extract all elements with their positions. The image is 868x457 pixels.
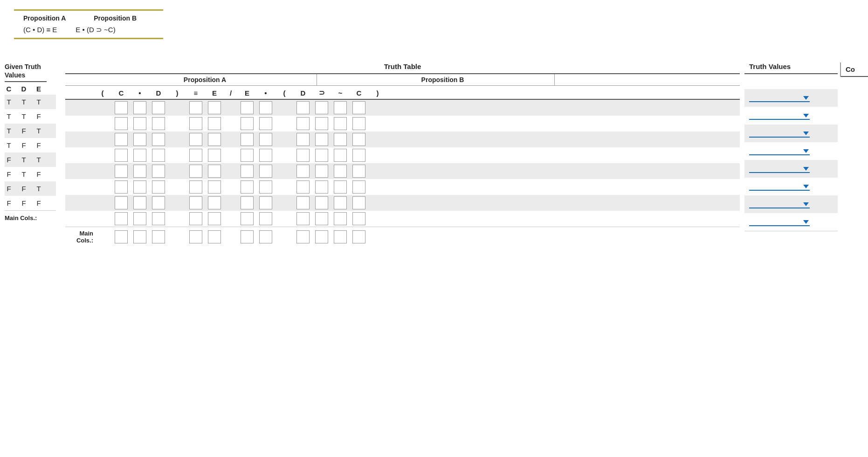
tt-input-b-6-0[interactable] bbox=[241, 196, 254, 209]
tt-input-b-6-6[interactable] bbox=[352, 196, 365, 209]
tv-dropdown-3[interactable]: TF bbox=[749, 147, 810, 155]
tt-input-b-0-1[interactable] bbox=[259, 101, 272, 114]
tt-input-b-5-5[interactable] bbox=[334, 180, 347, 194]
tt-input-b-2-0[interactable] bbox=[241, 133, 254, 146]
tt-input-b-4-5[interactable] bbox=[334, 165, 347, 178]
tt-input-a-2-5[interactable] bbox=[189, 133, 202, 146]
tt-input-b-3-6[interactable] bbox=[352, 149, 365, 162]
tv-dropdown-1[interactable]: TF bbox=[749, 112, 810, 120]
tt-input-a-2-1[interactable] bbox=[115, 133, 128, 146]
tt-input-b-3-3[interactable] bbox=[296, 149, 310, 162]
tt-input-a-3-1[interactable] bbox=[115, 149, 128, 162]
tt-input-b-1-1[interactable] bbox=[259, 117, 272, 130]
tt-input-b-7-5[interactable] bbox=[334, 212, 347, 225]
tt-input-b-4-3[interactable] bbox=[296, 165, 310, 178]
tt-input-a-7-1[interactable] bbox=[115, 212, 128, 225]
tt-input-b-4-0[interactable] bbox=[241, 165, 254, 178]
tt-input-a-0-3[interactable] bbox=[152, 101, 165, 114]
tt-input-b-2-4[interactable] bbox=[315, 133, 328, 146]
tt-input-a-7-6[interactable] bbox=[208, 212, 221, 225]
tt-input-a-3-6[interactable] bbox=[208, 149, 221, 162]
tt-input-b-7-0[interactable] bbox=[241, 212, 254, 225]
tt-input-b-1-6[interactable] bbox=[352, 117, 365, 130]
mc-input-a-6[interactable] bbox=[208, 230, 221, 243]
tt-input-a-5-6[interactable] bbox=[208, 180, 221, 194]
tt-input-a-4-1[interactable] bbox=[115, 165, 128, 178]
tv-dropdown-7[interactable]: TF bbox=[749, 218, 810, 226]
tt-input-a-5-1[interactable] bbox=[115, 180, 128, 194]
tt-input-a-4-6[interactable] bbox=[208, 165, 221, 178]
tt-input-b-7-3[interactable] bbox=[296, 212, 310, 225]
mc-input-b-6[interactable] bbox=[352, 230, 365, 243]
tt-input-b-5-6[interactable] bbox=[352, 180, 365, 194]
tt-input-a-6-1[interactable] bbox=[115, 196, 128, 209]
tv-dropdown-5[interactable]: TF bbox=[749, 183, 810, 191]
tt-input-b-0-0[interactable] bbox=[241, 101, 254, 114]
tt-input-b-4-6[interactable] bbox=[352, 165, 365, 178]
tt-input-b-0-5[interactable] bbox=[334, 101, 347, 114]
tt-input-b-1-3[interactable] bbox=[296, 117, 310, 130]
mc-input-b-1[interactable] bbox=[259, 230, 272, 243]
tt-input-a-3-2[interactable] bbox=[133, 149, 146, 162]
tt-input-b-7-4[interactable] bbox=[315, 212, 328, 225]
tt-input-a-0-6[interactable] bbox=[208, 101, 221, 114]
mc-input-b-0[interactable] bbox=[241, 230, 254, 243]
tt-input-a-2-6[interactable] bbox=[208, 133, 221, 146]
tv-dropdown-4[interactable]: TF bbox=[749, 165, 810, 173]
tt-input-a-0-2[interactable] bbox=[133, 101, 146, 114]
tt-input-b-0-3[interactable] bbox=[296, 101, 310, 114]
tt-input-b-5-3[interactable] bbox=[296, 180, 310, 194]
tt-input-a-0-5[interactable] bbox=[189, 101, 202, 114]
tt-input-a-5-5[interactable] bbox=[189, 180, 202, 194]
tt-input-b-5-0[interactable] bbox=[241, 180, 254, 194]
tt-input-b-5-1[interactable] bbox=[259, 180, 272, 194]
tt-input-a-7-2[interactable] bbox=[133, 212, 146, 225]
tt-input-a-1-2[interactable] bbox=[133, 117, 146, 130]
tt-input-b-2-5[interactable] bbox=[334, 133, 347, 146]
tv-dropdown-6[interactable]: TF bbox=[749, 201, 810, 208]
tt-input-b-4-4[interactable] bbox=[315, 165, 328, 178]
tt-input-b-6-5[interactable] bbox=[334, 196, 347, 209]
tt-input-a-3-5[interactable] bbox=[189, 149, 202, 162]
tt-input-a-4-3[interactable] bbox=[152, 165, 165, 178]
tt-input-b-2-1[interactable] bbox=[259, 133, 272, 146]
mc-input-a-5[interactable] bbox=[189, 230, 202, 243]
tt-input-a-1-6[interactable] bbox=[208, 117, 221, 130]
tt-input-a-4-5[interactable] bbox=[189, 165, 202, 178]
mc-input-a-2[interactable] bbox=[133, 230, 146, 243]
tt-input-b-6-1[interactable] bbox=[259, 196, 272, 209]
tt-input-b-3-4[interactable] bbox=[315, 149, 328, 162]
tt-input-a-1-1[interactable] bbox=[115, 117, 128, 130]
tt-input-a-2-2[interactable] bbox=[133, 133, 146, 146]
tt-input-a-6-3[interactable] bbox=[152, 196, 165, 209]
mc-input-a-1[interactable] bbox=[115, 230, 128, 243]
tt-input-b-1-0[interactable] bbox=[241, 117, 254, 130]
tt-input-b-7-6[interactable] bbox=[352, 212, 365, 225]
tt-input-a-7-5[interactable] bbox=[189, 212, 202, 225]
tt-input-a-1-3[interactable] bbox=[152, 117, 165, 130]
tt-input-b-1-5[interactable] bbox=[334, 117, 347, 130]
mc-input-b-5[interactable] bbox=[334, 230, 347, 243]
tt-input-b-2-3[interactable] bbox=[296, 133, 310, 146]
tt-input-b-3-0[interactable] bbox=[241, 149, 254, 162]
tt-input-b-6-3[interactable] bbox=[296, 196, 310, 209]
mc-input-b-3[interactable] bbox=[296, 230, 310, 243]
mc-input-b-4[interactable] bbox=[315, 230, 328, 243]
tt-input-b-3-1[interactable] bbox=[259, 149, 272, 162]
tt-input-a-6-5[interactable] bbox=[189, 196, 202, 209]
tt-input-a-6-2[interactable] bbox=[133, 196, 146, 209]
tt-input-a-3-3[interactable] bbox=[152, 149, 165, 162]
tv-dropdown-0[interactable]: TF bbox=[749, 94, 810, 102]
tt-input-a-1-5[interactable] bbox=[189, 117, 202, 130]
tt-input-b-0-6[interactable] bbox=[352, 101, 365, 114]
tt-input-a-7-3[interactable] bbox=[152, 212, 165, 225]
mc-input-a-3[interactable] bbox=[152, 230, 165, 243]
tt-input-a-2-3[interactable] bbox=[152, 133, 165, 146]
tt-input-b-3-5[interactable] bbox=[334, 149, 347, 162]
tt-input-a-4-2[interactable] bbox=[133, 165, 146, 178]
tt-input-b-0-4[interactable] bbox=[315, 101, 328, 114]
tv-dropdown-2[interactable]: TF bbox=[749, 130, 810, 138]
tt-input-b-2-6[interactable] bbox=[352, 133, 365, 146]
tt-input-b-7-1[interactable] bbox=[259, 212, 272, 225]
tt-input-a-6-6[interactable] bbox=[208, 196, 221, 209]
